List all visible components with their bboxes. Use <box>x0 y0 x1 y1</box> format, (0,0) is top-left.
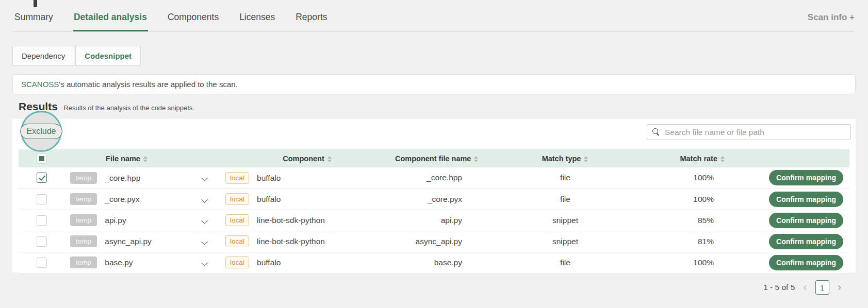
row-checkbox[interactable] <box>37 236 47 247</box>
nav-item-components[interactable]: Components <box>167 12 220 31</box>
search-icon <box>652 128 660 136</box>
nav-item-summary[interactable]: Summary <box>13 12 54 31</box>
sort-icon[interactable] <box>327 156 332 162</box>
temp-badge: temp <box>70 214 97 226</box>
file-name: base.py <box>105 258 133 267</box>
component-name: buffalo <box>257 258 281 267</box>
component-file-name: _core.hpp <box>395 167 462 189</box>
banner-text: 's automatic analysis results are applie… <box>59 80 237 89</box>
temp-badge: temp <box>70 193 97 205</box>
table-row: temp async_api.py local line-bot-sdk-pyt… <box>19 231 849 252</box>
results-heading: Results Results of the analysis of the c… <box>12 94 856 118</box>
component-file-name: base.py <box>395 252 462 273</box>
next-page-icon[interactable]: › <box>838 282 841 293</box>
chevron-down-icon[interactable] <box>201 196 208 203</box>
match-rate: 85% <box>668 210 725 231</box>
select-all-checkbox[interactable] <box>37 153 47 164</box>
component-file-name: _core.pyx <box>395 189 462 210</box>
tab-dependency[interactable]: Dependency <box>12 46 74 66</box>
nav-item-licenses[interactable]: Licenses <box>238 12 276 31</box>
confirm-mapping-button[interactable]: Confirm mapping <box>769 255 843 270</box>
text-cursor-artifact <box>34 0 37 7</box>
match-rate: 100% <box>668 252 725 273</box>
row-checkbox[interactable] <box>37 173 47 183</box>
chevron-down-icon[interactable] <box>201 217 208 224</box>
component-file-name: async_api.py <box>395 231 462 252</box>
table-row: temp base.py local buffalo base.py file … <box>19 252 849 273</box>
row-checkbox[interactable] <box>37 258 47 268</box>
table-row: temp api.py local line-bot-sdk-python ap… <box>19 210 849 231</box>
chevron-down-icon[interactable] <box>201 260 208 266</box>
file-name: _core.pyx <box>105 195 139 203</box>
confirm-mapping-button[interactable]: Confirm mapping <box>769 234 843 249</box>
exclude-button-focus-ring: Exclude <box>21 111 62 152</box>
confirm-mapping-button[interactable]: Confirm mapping <box>769 170 843 185</box>
results-table-body: temp _core.hpp local buffalo _core.hpp f… <box>19 167 849 273</box>
search-input[interactable] <box>665 128 845 137</box>
confirm-mapping-button[interactable]: Confirm mapping <box>769 213 843 228</box>
results-table: File name Component Component file name … <box>19 149 849 273</box>
component-name: buffalo <box>257 173 281 182</box>
scanoss-link[interactable]: SCANOSS <box>21 80 59 89</box>
component-name: line-bot-sdk-python <box>257 216 325 225</box>
match-type: file <box>462 167 668 189</box>
local-badge: local <box>225 235 249 247</box>
file-name: api.py <box>105 216 126 225</box>
top-nav: Summary Detailed analysis Components Lic… <box>13 0 855 32</box>
local-badge: local <box>225 256 249 268</box>
current-page-button[interactable]: 1 <box>815 280 829 295</box>
sort-icon[interactable] <box>143 156 148 162</box>
pagination-range: 1 - 5 of 5 <box>763 283 795 292</box>
temp-badge: temp <box>70 256 97 268</box>
confirm-mapping-button[interactable]: Confirm mapping <box>769 192 843 207</box>
match-rate: 100% <box>668 167 725 189</box>
chevron-down-icon[interactable] <box>201 175 208 181</box>
chevron-down-icon[interactable] <box>201 238 208 245</box>
match-type: snippet <box>462 210 668 231</box>
component-name: line-bot-sdk-python <box>257 237 325 246</box>
table-header-row: File name Component Component file name … <box>19 149 849 167</box>
local-badge: local <box>225 172 249 184</box>
component-file-name: api.py <box>395 210 462 231</box>
results-card: File name Component Component file name … <box>12 118 856 272</box>
file-name: _core.hpp <box>105 173 140 182</box>
local-badge: local <box>225 193 249 205</box>
table-row: temp _core.hpp local buffalo _core.hpp f… <box>19 167 849 189</box>
temp-badge: temp <box>70 235 97 247</box>
match-rate: 81% <box>668 231 725 252</box>
sub-tabs: Dependency Codesnippet <box>12 46 868 66</box>
component-name: buffalo <box>257 195 281 203</box>
info-banner: SCANOSS's automatic analysis results are… <box>12 74 856 94</box>
table-row: temp _core.pyx local buffalo _core.pyx f… <box>19 189 849 210</box>
sort-icon[interactable] <box>584 156 588 162</box>
temp-badge: temp <box>70 172 97 184</box>
file-name: async_api.py <box>105 237 151 246</box>
match-type: file <box>462 189 668 210</box>
nav-item-detailed-analysis[interactable]: Detailed analysis <box>73 12 148 31</box>
pagination: 1 - 5 of 5 ‹ 1 › <box>12 280 841 295</box>
nav-item-reports[interactable]: Reports <box>294 12 328 31</box>
page-subtitle: Results of the analysis of the code snip… <box>63 104 194 112</box>
local-badge: local <box>225 214 249 226</box>
previous-page-icon[interactable]: ‹ <box>803 282 807 293</box>
scan-info-button[interactable]: Scan info + <box>808 12 855 31</box>
column-header-component-file-name[interactable]: Component file name <box>395 155 471 163</box>
column-header-file-name[interactable]: File name <box>106 155 140 163</box>
results-section: Results Results of the analysis of the c… <box>12 94 856 295</box>
search-box <box>647 124 851 140</box>
sort-icon[interactable] <box>474 156 479 162</box>
sort-icon[interactable] <box>720 156 725 162</box>
match-type: file <box>462 252 668 273</box>
exclude-button[interactable]: Exclude <box>20 124 63 139</box>
tab-codesnippet[interactable]: Codesnippet <box>75 46 141 66</box>
column-header-component[interactable]: Component <box>283 155 324 163</box>
column-header-match-rate[interactable]: Match rate <box>680 155 717 163</box>
match-rate: 100% <box>668 189 725 210</box>
row-checkbox[interactable] <box>37 215 47 226</box>
match-type: snippet <box>462 231 668 252</box>
row-checkbox[interactable] <box>37 194 47 204</box>
column-header-match-type[interactable]: Match type <box>542 155 581 163</box>
